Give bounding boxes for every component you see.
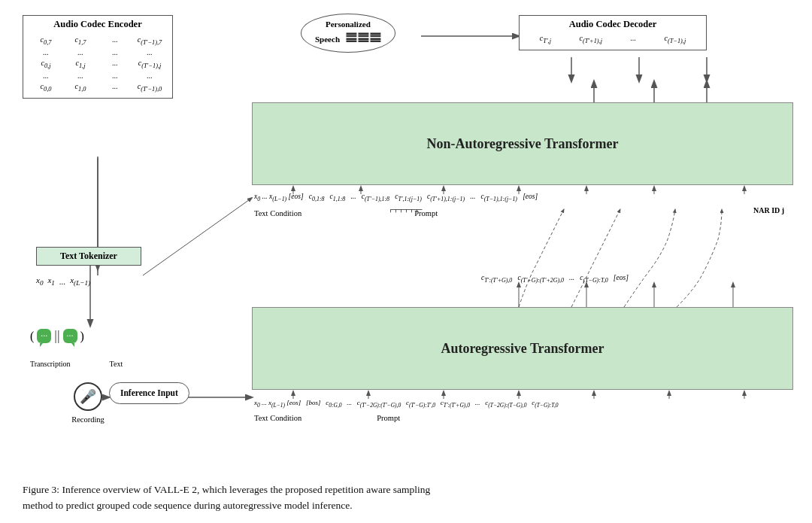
nar-text-condition-label: Text Condition: [254, 209, 301, 217]
figure-caption: Figure 3: Inference overview of VALL-E 2…: [23, 479, 789, 514]
svg-line-27: [143, 198, 252, 275]
grid-ct0: c(T'−1),0: [133, 81, 166, 93]
caption-line1: Figure 3: Inference overview of VALL-E 2…: [23, 484, 430, 495]
grid-c00: c0,0: [29, 81, 62, 93]
x0-label: x0: [36, 275, 43, 287]
transcription-bubble: ···: [37, 329, 51, 343]
grid-d2: ...: [64, 47, 97, 57]
close-paren: ): [80, 330, 84, 343]
open-paren: (: [30, 330, 34, 343]
ar-output-sequence: cT':(T'+G),0 c(T'+G):(T'+2G),0 ... c(T−G…: [481, 274, 629, 284]
x-dots: ...: [59, 277, 65, 286]
microphone-icon: 🎤: [74, 382, 102, 411]
grid-c17: c1,7: [64, 35, 97, 47]
grid-ct7: c(T'−1),7: [133, 35, 166, 47]
personalized-speech-oval: PersonalizedSpeech 𝌆𝌆𝌆: [301, 14, 395, 53]
transcription-label: Transcription: [30, 360, 71, 368]
transcription-text-labels: Transcription Text: [30, 360, 123, 368]
audio-encoder-title: Audio Codec Encoder: [29, 19, 166, 30]
text-label: Text: [110, 360, 123, 368]
grid-dots3: ...: [98, 81, 132, 93]
dec-ct: cT',j: [540, 34, 551, 44]
dec-dots: ...: [630, 34, 636, 44]
inference-input-oval: Inference Input: [109, 382, 189, 404]
nar-input-sequence: x0 ... x(L−1) [eos] c0,1:8 c1,1:8 ... c(…: [254, 193, 538, 202]
nar-prompt-brace: ⌐⌐⌐⌐⌐⌐: [389, 203, 421, 217]
audio-codec-decoder-box: Audio Codec Decoder cT',j c(T'+1),j ... …: [519, 15, 707, 50]
nar-transformer-title: Non-Autoregressive Transformer: [426, 136, 618, 152]
grid-d7: ...: [98, 71, 132, 81]
personalized-speech: PersonalizedSpeech 𝌆𝌆𝌆: [301, 14, 395, 53]
ar-text-condition-label: Text Condition: [254, 414, 301, 422]
grid-d4: ...: [133, 47, 166, 57]
grid-d8: ...: [133, 71, 166, 81]
grid-c1j: c1,j: [64, 58, 97, 70]
xl1-label: x(L−1): [70, 275, 90, 287]
recording-label: Recording: [69, 415, 107, 424]
nar-transformer-box: Non-Autoregressive Transformer: [252, 102, 793, 185]
grid-d3: ...: [98, 47, 132, 57]
x-sequence-row: x0 x1 ... x(L−1): [36, 275, 90, 287]
text-bubble: ···: [63, 329, 77, 343]
grid-ctj: c(T'−1),j: [133, 58, 166, 70]
grid-d6: ...: [64, 71, 97, 81]
codec-grid: c0,7 c1,7 ... c(T'−1),7 ... ... ... ... …: [29, 35, 166, 93]
pipe-separator: ||: [54, 328, 59, 344]
ar-section-labels: Text Condition Prompt: [254, 414, 400, 422]
audio-decoder-title: Audio Codec Decoder: [526, 19, 700, 30]
transcription-text-row: ( ··· || ··· ): [30, 328, 84, 344]
dec-ct1: c(T'+1),j: [579, 34, 602, 44]
main-container: Audio Codec Encoder c0,7 c1,7 ... c(T'−1…: [0, 0, 812, 523]
x1-label: x1: [47, 275, 54, 287]
dec-ct-1: c(T−1),j: [664, 34, 686, 44]
grid-d1: ...: [29, 47, 62, 57]
grid-c07: c0,7: [29, 35, 62, 47]
nar-id-label: NAR ID j: [753, 206, 784, 214]
grid-c0j: c0,j: [29, 58, 62, 70]
audio-codec-encoder-box: Audio Codec Encoder c0,7 c1,7 ... c(T'−1…: [23, 15, 173, 99]
waveform-icon: 𝌆𝌆𝌆: [345, 29, 381, 47]
inference-input-label: Inference Input: [120, 388, 178, 397]
diagram-area: Audio Codec Encoder c0,7 c1,7 ... c(T'−1…: [23, 14, 789, 473]
grid-dots1: ...: [98, 35, 132, 47]
ar-prompt-label: Prompt: [377, 414, 400, 422]
caption-line2: method to predict grouped code sequence …: [23, 500, 353, 511]
nar-id-text: NAR ID j: [753, 206, 784, 214]
ar-transformer-box: Autoregressive Transformer: [252, 307, 793, 390]
grid-c10: c1,0: [64, 81, 97, 93]
text-tokenizer-box: Text Tokenizer: [36, 247, 141, 266]
decoder-output-row: cT',j c(T'+1),j ... c(T−1),j: [526, 33, 700, 45]
grid-dots2: ...: [98, 58, 132, 70]
ar-input-sequence: x0 ... x(L−1) [eos] [bos] c0:G,0 ... c(T…: [254, 399, 559, 409]
ar-transformer-title: Autoregressive Transformer: [441, 341, 604, 357]
grid-d5: ...: [29, 71, 62, 81]
